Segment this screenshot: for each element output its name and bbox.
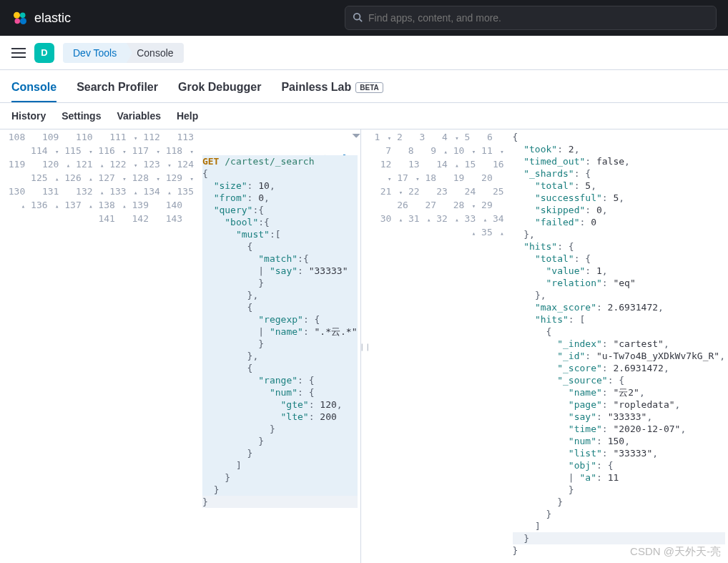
app-header: elastic	[0, 0, 728, 36]
menu-toggle-icon[interactable]	[11, 48, 26, 58]
toolbar-help[interactable]: Help	[177, 110, 198, 122]
response-editor[interactable]: 1 ▾ 2 3 4 ▾ 5 6 7 8 9 ▴ 10 ▾ 11 ▾ 12 13 …	[368, 129, 729, 563]
response-code: { "took": 2, "timed_out": false, "_shard…	[510, 129, 728, 563]
toolbar-history[interactable]: History	[11, 110, 46, 122]
tab-console[interactable]: Console	[11, 74, 56, 102]
svg-point-2	[15, 19, 21, 24]
tab-search-profiler[interactable]: Search Profiler	[77, 74, 158, 102]
svg-point-3	[20, 18, 26, 24]
search-input[interactable]	[368, 12, 709, 24]
breadcrumb: Dev Tools Console	[63, 43, 184, 63]
brand-text: elastic	[34, 11, 71, 26]
request-pane[interactable]: 108 109 110 111 ▾ 112 113 114 ▾ 115 ▾ 11…	[0, 129, 361, 563]
app-badge[interactable]: D	[34, 43, 54, 63]
beta-badge: BETA	[355, 82, 383, 93]
svg-point-0	[14, 12, 20, 19]
response-line-numbers: 1 ▾ 2 3 4 ▾ 5 6 7 8 9 ▴ 10 ▾ 11 ▾ 12 13 …	[368, 129, 510, 563]
elastic-logo[interactable]: elastic	[11, 9, 71, 26]
editor-workspace: 108 109 110 111 ▾ 112 113 114 ▾ 115 ▾ 11…	[0, 129, 728, 563]
global-search	[345, 6, 717, 30]
pane-resizer[interactable]: ❘❘	[361, 129, 368, 563]
elastic-logo-icon	[11, 9, 29, 26]
toolbar-variables[interactable]: Variables	[117, 110, 161, 122]
tab-painless-lab[interactable]: Painless LabBETA	[281, 74, 383, 102]
sub-header: D Dev Tools Console	[0, 36, 728, 70]
request-code[interactable]: GET /cartest/_search{ "size": 10, "from"…	[200, 129, 360, 563]
breadcrumb-console[interactable]: Console	[127, 43, 183, 63]
request-editor[interactable]: 108 109 110 111 ▾ 112 113 114 ▾ 115 ▾ 11…	[0, 129, 360, 563]
toolbar-settings[interactable]: Settings	[62, 110, 101, 122]
search-box[interactable]	[345, 6, 717, 30]
tab-grok-debugger[interactable]: Grok Debugger	[178, 74, 261, 102]
response-pane[interactable]: 1 ▾ 2 3 4 ▾ 5 6 7 8 9 ▴ 10 ▾ 11 ▾ 12 13 …	[368, 129, 729, 563]
svg-point-4	[354, 13, 360, 19]
svg-line-5	[360, 19, 363, 21]
search-icon	[353, 12, 363, 24]
breadcrumb-devtools[interactable]: Dev Tools	[63, 43, 127, 63]
console-toolbar: History Settings Variables Help	[0, 103, 728, 129]
request-line-numbers: 108 109 110 111 ▾ 112 113 114 ▾ 115 ▾ 11…	[0, 129, 200, 563]
svg-point-1	[20, 13, 26, 19]
devtools-tabs: Console Search Profiler Grok Debugger Pa…	[0, 70, 728, 103]
